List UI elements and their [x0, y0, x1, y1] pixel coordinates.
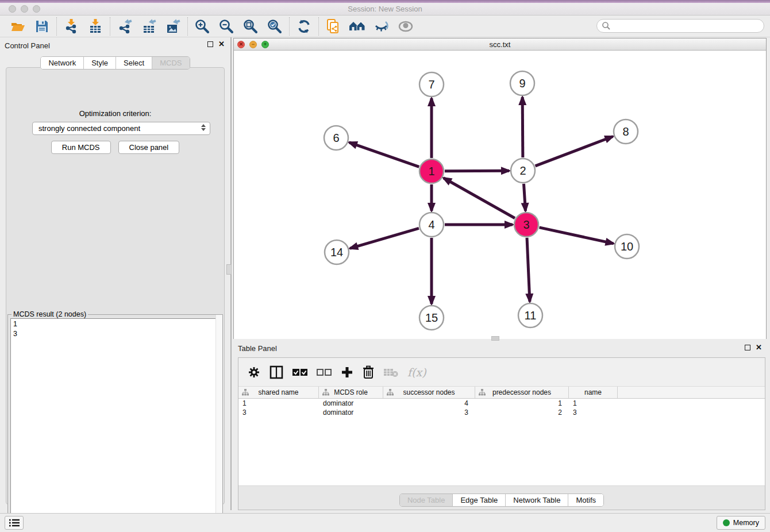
table-header: shared nameMCDS rolesuccessor nodesprede… [238, 387, 765, 399]
mcds-result-text[interactable]: 1 3 [10, 318, 220, 531]
horizontal-splitter-handle[interactable] [491, 336, 499, 341]
task-history-button[interactable] [5, 516, 24, 530]
result-scrollbar[interactable] [215, 315, 222, 532]
zoom-in-button[interactable] [190, 17, 214, 36]
float-table-panel-icon[interactable] [745, 345, 750, 350]
table-tab-motifs[interactable]: Motifs [568, 494, 603, 506]
node-label-6: 6 [333, 132, 339, 144]
table-tab-edge-table[interactable]: Edge Table [453, 494, 506, 506]
table-tabs: Node TableEdge TableNetwork TableMotifs [399, 494, 604, 507]
import-table-button[interactable] [83, 17, 107, 36]
clone-network-icon [325, 18, 341, 34]
delete-table-button[interactable] [383, 367, 398, 377]
zoom-fit-button[interactable] [238, 17, 263, 36]
panel-splitter-handle[interactable] [226, 264, 232, 275]
criterion-select[interactable]: strongly connected component [32, 122, 210, 135]
search-icon [602, 21, 611, 30]
export-image-icon [165, 18, 181, 34]
control-tab-select[interactable]: Select [116, 57, 152, 69]
toolbar-separator [318, 17, 319, 36]
eye-button[interactable] [394, 17, 418, 36]
float-panel-icon[interactable] [207, 41, 213, 47]
close-panel-button[interactable]: Close panel [118, 141, 180, 154]
gear-icon [248, 366, 260, 379]
node-label-15: 15 [425, 311, 438, 324]
control-panel-tabs: NetworkStyleSelectMCDS [40, 56, 190, 70]
clone-network-button[interactable] [321, 17, 345, 36]
control-panel-title: Control Panel [5, 41, 50, 50]
table-body[interactable]: 1dominator4113dominator323 [238, 399, 765, 485]
node-label-9: 9 [519, 77, 525, 90]
table-panel-title: Table Panel [238, 344, 277, 353]
export-table-button[interactable] [137, 17, 161, 36]
plus-icon [341, 366, 353, 379]
table-tab-network-table[interactable]: Network Table [506, 494, 568, 506]
column-header-predecessor-nodes[interactable]: predecessor nodes [475, 387, 569, 398]
trash-icon [363, 365, 374, 379]
table-row[interactable]: 3dominator323 [238, 408, 765, 417]
control-tab-style[interactable]: Style [84, 57, 116, 69]
control-tab-mcds[interactable]: MCDS [152, 57, 189, 69]
cell-successor_nodes: 3 [383, 408, 475, 417]
node-label-1: 1 [428, 165, 434, 178]
hide-details-button[interactable] [369, 17, 394, 36]
column-layout-button[interactable] [270, 365, 283, 379]
memory-button[interactable]: Memory [717, 516, 765, 530]
edge-1-2[interactable] [445, 171, 509, 171]
search-box[interactable] [596, 19, 764, 33]
cell-predecessor_nodes: 2 [475, 408, 569, 417]
checked-boxes-icon [292, 368, 307, 377]
network-graph[interactable]: 7968124314101511 [234, 51, 766, 339]
network-window: ✕ − + scc.txt 7968124314101511 [233, 38, 767, 339]
edge-3-1[interactable] [444, 178, 515, 218]
toolbar-separator [110, 17, 110, 36]
deselect-all-button[interactable] [317, 368, 332, 377]
column-header-MCDS-role[interactable]: MCDS role [319, 387, 383, 398]
cell-shared_name: 1 [238, 399, 319, 408]
edge-2-9[interactable] [522, 97, 523, 157]
table-settings-button[interactable] [248, 366, 260, 379]
houses-button[interactable] [345, 17, 369, 36]
zoom-out-button[interactable] [214, 17, 238, 36]
delete-column-button[interactable] [363, 365, 374, 379]
status-bar: Memory [0, 513, 770, 532]
table-row[interactable]: 1dominator411 [238, 399, 765, 408]
edge-4-14[interactable] [350, 228, 419, 248]
import-network-button[interactable] [59, 17, 83, 36]
edge-3-11[interactable] [527, 238, 530, 302]
zoom-selected-button[interactable] [263, 17, 287, 36]
node-label-14: 14 [330, 246, 343, 259]
edge-2-8[interactable] [536, 137, 613, 166]
edge-1-6[interactable] [349, 142, 419, 167]
close-panel-icon[interactable]: ✕ [218, 41, 225, 47]
export-image-button[interactable] [161, 17, 185, 36]
apply-layout-button[interactable] [292, 17, 316, 36]
edge-3-10[interactable] [539, 228, 613, 244]
cell-mcds_role: dominator [319, 408, 383, 417]
table-tab-node-table[interactable]: Node Table [400, 494, 453, 506]
function-builder-button[interactable]: f(x) [407, 366, 426, 379]
open-session-button[interactable] [6, 17, 30, 36]
column-header-name[interactable]: name [569, 387, 618, 398]
close-table-panel-icon[interactable]: ✕ [756, 345, 762, 350]
save-session-button[interactable] [30, 17, 54, 36]
edge-2-3[interactable] [523, 184, 525, 211]
optimization-criterion-label: Optimization criterion: [6, 109, 224, 118]
export-network-button[interactable] [113, 17, 137, 36]
import-network-icon [63, 18, 79, 34]
select-all-button[interactable] [292, 368, 307, 377]
column-header-filler [618, 387, 765, 398]
network-window-titlebar[interactable]: ✕ − + scc.txt [234, 38, 766, 51]
toolbar-separator [187, 17, 188, 36]
mcds-result-group: MCDS result (2 nodes) 1 3 [7, 314, 223, 532]
search-input[interactable] [611, 20, 764, 32]
network-canvas[interactable]: 7968124314101511 [234, 51, 766, 339]
add-column-button[interactable] [341, 366, 353, 379]
control-panel: Control Panel ✕ NetworkStyleSelectMCDS O… [0, 37, 230, 510]
column-header-shared-name[interactable]: shared name [238, 387, 319, 398]
cell-name: 3 [569, 408, 618, 417]
control-tab-network[interactable]: Network [41, 57, 84, 69]
columns-icon [270, 365, 283, 379]
column-header-successor-nodes[interactable]: successor nodes [383, 387, 475, 398]
run-mcds-button[interactable]: Run MCDS [51, 141, 111, 154]
